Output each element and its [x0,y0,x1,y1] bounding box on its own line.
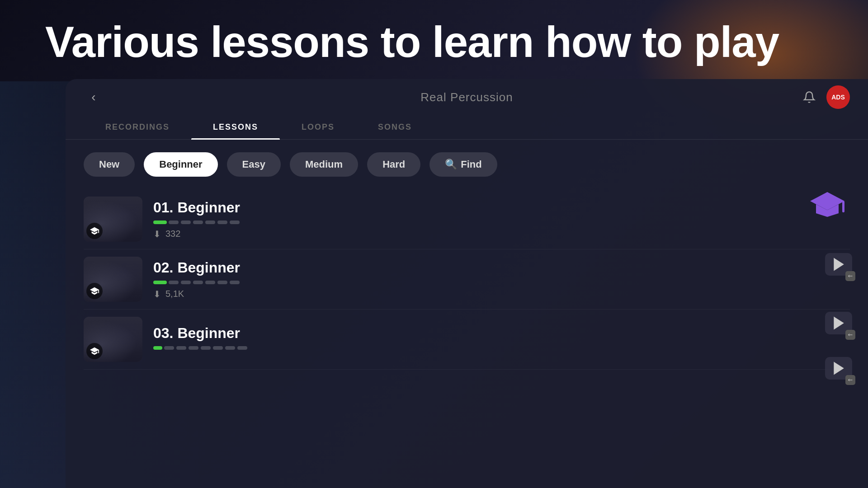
heading-area: Various lessons to learn how to play [45,18,823,66]
progress-dots [169,281,240,284]
svg-marker-5 [835,363,843,374]
lesson-item[interactable]: 01. Beginner ⬇ 332 [84,189,850,249]
progress-bar [153,221,850,224]
floating-record-button-1[interactable] [823,249,854,280]
progress-filled [153,221,167,224]
lesson-thumbnail [84,317,142,362]
ads-badge[interactable]: ADS [826,85,850,109]
filter-new[interactable]: New [84,152,135,177]
bell-icon[interactable] [799,87,819,107]
app-panel: ‹ Real Percussion ADS RECORDINGS LESSONS… [66,79,868,488]
download-count: 5,1K [165,289,184,299]
progress-dots [169,221,240,224]
filter-easy[interactable]: Easy [227,152,281,177]
download-row: ⬇ 5,1K [153,289,850,300]
svg-marker-3 [835,259,843,270]
navigation-tabs: RECORDINGS LESSONS LOOPS SONGS [66,115,868,140]
graduate-badge [86,343,103,359]
progress-bar [153,281,850,284]
floating-grad-cap [809,190,845,223]
download-icon: ⬇ [153,289,161,300]
svg-marker-0 [810,192,844,210]
floating-record-button-3[interactable] [823,352,854,384]
lesson-title: 03. Beginner [153,325,850,342]
back-button[interactable]: ‹ [84,87,104,107]
graduate-badge [86,283,103,299]
tab-recordings[interactable]: RECORDINGS [84,115,191,139]
download-row: ⬇ 332 [153,229,850,239]
tab-lessons[interactable]: LESSONS [191,115,280,139]
filter-hard[interactable]: Hard [367,152,420,177]
header-bar: ‹ Real Percussion ADS [66,79,868,115]
tab-loops[interactable]: LOOPS [280,115,356,139]
filter-find[interactable]: 🔍 Find [429,152,497,177]
filter-medium[interactable]: Medium [290,152,358,177]
progress-filled [153,281,167,284]
progress-filled [153,346,162,350]
lesson-item[interactable]: 02. Beginner ⬇ 5,1K [84,249,850,310]
graduate-badge [86,223,103,239]
download-icon: ⬇ [153,229,161,239]
lesson-list: 01. Beginner ⬇ 332 [66,189,868,370]
progress-bar [153,346,850,350]
main-title: Various lessons to learn how to play [45,18,823,66]
download-count: 332 [165,229,180,239]
lesson-info: 01. Beginner ⬇ 332 [153,199,850,239]
lesson-info: 02. Beginner ⬇ 5,1K [153,259,850,300]
lesson-thumbnail [84,197,142,242]
tab-songs[interactable]: SONGS [356,115,434,139]
floating-record-button-2[interactable] [823,307,854,339]
lesson-title: 02. Beginner [153,259,850,276]
app-title: Real Percussion [420,90,513,104]
filter-row: New Beginner Easy Medium Hard 🔍 Find [66,140,868,189]
header-right-actions: ADS [799,85,850,109]
svg-marker-4 [835,318,843,328]
filter-beginner[interactable]: Beginner [144,152,217,177]
svg-rect-2 [842,201,844,212]
progress-dots [164,346,247,350]
lesson-thumbnail [84,257,142,302]
lesson-item[interactable]: 03. Beginner [84,310,850,370]
search-icon: 🔍 [445,159,457,170]
lesson-info: 03. Beginner [153,325,850,354]
lesson-title: 01. Beginner [153,199,850,216]
